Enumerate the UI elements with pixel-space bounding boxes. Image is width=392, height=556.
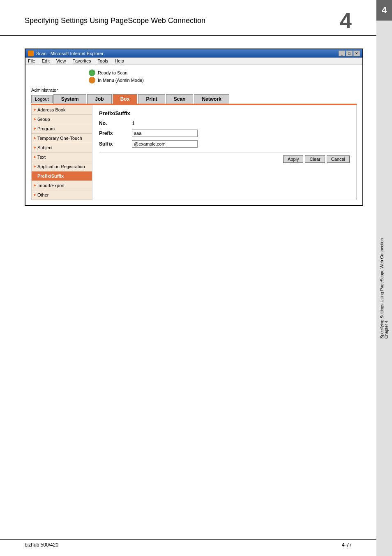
menu-favorites[interactable]: Favorites bbox=[72, 58, 91, 63]
sidebar-item-prefix-suffix[interactable]: Prefix/Suffix bbox=[32, 171, 92, 181]
page-footer: bizhub 500/420 4-77 bbox=[0, 539, 376, 548]
content-title: Prefix/Suffix bbox=[99, 110, 350, 116]
page-title: Specifying Settings Using PageScope Web … bbox=[25, 16, 205, 25]
nav-bar: Logout System Job Box Print Scan Network bbox=[31, 94, 357, 104]
buttons-row: Apply Clear Cancel bbox=[99, 153, 350, 163]
chapter-sidebar: 4 Chapter 4Specifying Settings Using Pag… bbox=[376, 0, 392, 556]
sidebar-item-other[interactable]: Other bbox=[32, 190, 92, 200]
page-heading: Specifying Settings Using PageScope Web … bbox=[0, 0, 376, 36]
form-row-prefix: Prefix bbox=[99, 130, 350, 137]
form-row-suffix: Suffix bbox=[99, 140, 350, 148]
tab-network[interactable]: Network bbox=[194, 94, 229, 104]
form-row-no: No. 1 bbox=[99, 120, 350, 126]
chapter-number: 4 bbox=[382, 5, 387, 16]
clear-button[interactable]: Clear bbox=[305, 155, 325, 163]
cancel-button[interactable]: Cancel bbox=[327, 155, 350, 163]
browser-window: Scan - Microsoft Internet Explorer _ □ ✕… bbox=[25, 49, 363, 206]
menu-tools[interactable]: Tools bbox=[98, 58, 108, 63]
sidebar-item-group[interactable]: Group bbox=[32, 115, 92, 124]
browser-content: Ready to Scan In Menu (Admin Mode) Admin… bbox=[25, 65, 362, 205]
footer-left: bizhub 500/420 bbox=[25, 542, 58, 548]
admin-label: Administrator bbox=[31, 88, 357, 93]
page-container: 4 Chapter 4Specifying Settings Using Pag… bbox=[0, 0, 392, 556]
sidebar-item-import-export[interactable]: Import/Export bbox=[32, 181, 92, 190]
label-suffix: Suffix bbox=[99, 141, 132, 147]
status-icon-green bbox=[89, 70, 95, 76]
label-no: No. bbox=[99, 120, 132, 126]
tab-scan[interactable]: Scan bbox=[166, 94, 194, 104]
input-suffix[interactable] bbox=[132, 140, 198, 148]
apply-button[interactable]: Apply bbox=[283, 155, 304, 163]
chapter-num-top: 4 bbox=[340, 10, 352, 31]
chapter-label-area: Chapter 4Specifying Settings Using PageS… bbox=[376, 21, 392, 556]
tab-job[interactable]: Job bbox=[87, 94, 111, 104]
restore-button[interactable]: □ bbox=[346, 51, 353, 56]
close-button[interactable]: ✕ bbox=[353, 51, 360, 56]
menu-edit[interactable]: Edit bbox=[42, 58, 50, 63]
footer-right: 4-77 bbox=[342, 542, 352, 548]
status-row: Ready to Scan In Menu (Admin Mode) bbox=[89, 70, 357, 84]
content-panel: Prefix/Suffix No. 1 Prefix Suffix bbox=[92, 105, 356, 200]
chapter-number-block: 4 bbox=[376, 0, 392, 21]
sidebar-item-temporary-one-touch[interactable]: Temporary One-Touch bbox=[32, 134, 92, 143]
menu-file[interactable]: File bbox=[28, 58, 35, 63]
logout-button[interactable]: Logout bbox=[31, 95, 53, 103]
window-controls[interactable]: _ □ ✕ bbox=[339, 51, 360, 56]
sidebar: Address Book Group Program Temporary One… bbox=[32, 105, 92, 200]
browser-title: Scan - Microsoft Internet Explorer bbox=[36, 51, 104, 56]
sidebar-item-application-registration[interactable]: Application Registration bbox=[32, 162, 92, 171]
status-text-2: In Menu (Admin Mode) bbox=[98, 78, 144, 83]
chapter-label-vertical-text: Chapter 4Specifying Settings Using PageS… bbox=[380, 238, 389, 338]
status-text-1: Ready to Scan bbox=[98, 70, 127, 75]
input-prefix[interactable] bbox=[132, 130, 198, 137]
title-bar: Scan - Microsoft Internet Explorer _ □ ✕ bbox=[25, 49, 362, 58]
status-item-1: Ready to Scan bbox=[89, 70, 127, 76]
menu-view[interactable]: View bbox=[56, 58, 66, 63]
value-no: 1 bbox=[132, 120, 135, 126]
status-item-2: In Menu (Admin Mode) bbox=[89, 77, 144, 83]
sidebar-item-address-book[interactable]: Address Book bbox=[32, 105, 92, 115]
status-icon-orange bbox=[89, 77, 95, 83]
browser-icon bbox=[28, 51, 34, 56]
menu-help[interactable]: Help bbox=[115, 58, 124, 63]
menu-bar: File Edit View Favorites Tools Help bbox=[25, 58, 362, 65]
main-area: Address Book Group Program Temporary One… bbox=[31, 105, 357, 200]
sidebar-item-program[interactable]: Program bbox=[32, 124, 92, 134]
sidebar-item-text[interactable]: Text bbox=[32, 153, 92, 162]
minimize-button[interactable]: _ bbox=[339, 51, 345, 56]
tab-system[interactable]: System bbox=[53, 94, 87, 104]
sidebar-item-subject[interactable]: Subject bbox=[32, 143, 92, 153]
title-bar-left: Scan - Microsoft Internet Explorer bbox=[28, 51, 104, 56]
tab-box[interactable]: Box bbox=[113, 94, 138, 104]
tab-print[interactable]: Print bbox=[138, 94, 165, 104]
label-prefix: Prefix bbox=[99, 130, 132, 136]
